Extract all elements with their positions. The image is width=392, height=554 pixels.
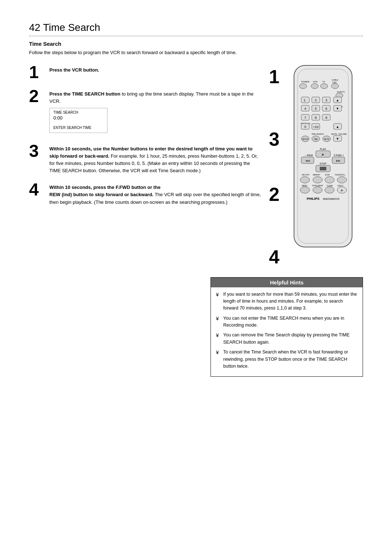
svg-point-80	[313, 187, 322, 193]
hint-bullet-3: ¥	[216, 332, 221, 346]
svg-text:8: 8	[315, 116, 317, 120]
time-search-display: TIME SEARCH 0:00 ENTER SEARCH TIME	[49, 108, 107, 133]
svg-text:POWER: POWER	[301, 81, 310, 83]
step-3-content: Within 10 seconds, use the Number button…	[49, 142, 262, 175]
svg-text:2: 2	[315, 98, 317, 102]
svg-text:⏏: ⏏	[340, 189, 343, 192]
svg-text:PLAY: PLAY	[320, 148, 326, 150]
svg-text:REC/OTR: REC/OTR	[302, 174, 310, 176]
svg-text:SLOW: SLOW	[325, 174, 330, 176]
svg-text:5: 5	[315, 107, 317, 110]
svg-rect-66	[320, 167, 326, 170]
svg-point-72	[313, 177, 322, 183]
svg-text:MENU: MENU	[302, 185, 307, 187]
svg-text:TV: TV	[322, 81, 325, 83]
step-2-content: Press the TIME SEARCH button to bring up…	[49, 88, 262, 136]
page-title: 42 Time Search	[29, 22, 363, 33]
svg-point-73	[325, 177, 334, 183]
svg-text:0: 0	[304, 125, 306, 129]
step-4-content: Within 10 seconds, press the F.FWD butto…	[49, 181, 262, 206]
svg-point-71	[300, 177, 310, 183]
left-column: 1 Press the VCR button. 2 Press the TIME…	[29, 64, 269, 213]
svg-text:STOP: STOP	[320, 162, 327, 165]
svg-point-79	[300, 187, 310, 193]
hint-text-2: You can not enter the TIME SEARCH menu w…	[223, 315, 358, 329]
svg-text:3: 3	[325, 98, 327, 102]
step-4-bold2: REW (ind) button to skip forward or back…	[49, 192, 154, 197]
svg-text:STATUS/ENT: STATUS/ENT	[312, 185, 323, 187]
svg-text:▲: ▲	[336, 98, 339, 102]
step-4-number: 4	[29, 181, 44, 198]
svg-point-81	[325, 187, 334, 193]
hint-bullet-1: ¥	[216, 291, 221, 312]
svg-text:– REW: – REW	[305, 154, 313, 157]
step-1-content: Press the VCR button.	[49, 64, 262, 74]
remote-control: POWER VCR TV CABLE DSS VCR/TV 1 2	[283, 64, 363, 252]
step-1-block: 1 Press the VCR button.	[29, 64, 262, 81]
svg-text:6: 6	[325, 107, 327, 110]
main-layout: 1 Press the VCR button. 2 Press the TIME…	[29, 64, 363, 266]
right-layout: 1 3 2 4 POWER VCR TV CABLE	[269, 64, 363, 266]
svg-text:CABLE: CABLE	[332, 79, 338, 81]
svg-text:PHILIPS: PHILIPS	[307, 197, 319, 201]
ts-enter: ENTER SEARCH TIME	[53, 126, 103, 130]
svg-text:MAGNAVOX: MAGNAVOX	[323, 197, 340, 201]
svg-text:+100: +100	[313, 126, 319, 128]
svg-text:▲: ▲	[336, 125, 339, 129]
svg-text:▶: ▶	[322, 153, 324, 156]
hint-item-2: ¥ You can not enter the TIME SEARCH menu…	[216, 315, 358, 329]
right-step-3: 3	[269, 130, 279, 149]
intro-text: Follow the steps below to program the VC…	[29, 49, 363, 56]
svg-text:MUTE: MUTE	[324, 138, 330, 140]
svg-text:EJECT: EJECT	[338, 185, 343, 187]
svg-point-10	[331, 84, 339, 89]
svg-text:4: 4	[304, 107, 306, 110]
hints-body: ¥ If you want to search for more than 59…	[211, 287, 363, 377]
right-step-2: 2	[269, 185, 279, 204]
svg-point-5	[311, 84, 318, 89]
hint-text-3: You can remove the Time Search display b…	[223, 332, 358, 346]
ts-title: TIME SEARCH	[53, 110, 103, 114]
svg-text:VOLUME: VOLUME	[338, 133, 347, 135]
svg-text:7: 7	[304, 116, 306, 120]
svg-text:MUTE: MUTE	[331, 133, 337, 135]
hint-text-4: To cancel the Time Search when the VCR i…	[223, 349, 358, 370]
svg-text:CLEAR: CLEAR	[327, 185, 333, 187]
step-2-number: 2	[29, 88, 44, 105]
svg-text:TIME: TIME	[314, 138, 318, 140]
hint-item-4: ¥ To cancel the Time Search when the VCR…	[216, 349, 358, 370]
hints-box: Helpful Hints ¥ If you want to search fo…	[211, 277, 363, 377]
svg-text:▶▶: ▶▶	[336, 159, 341, 162]
hint-item-1: ¥ If you want to search for more than 59…	[216, 291, 358, 312]
step-2-block: 2 Press the TIME SEARCH button to bring …	[29, 88, 262, 136]
step-4-block: 4 Within 10 seconds, press the F.FWD but…	[29, 181, 262, 206]
hint-item-3: ¥ You can remove the Time Search display…	[216, 332, 358, 346]
svg-text:SETUP: SETUP	[302, 138, 309, 140]
section-divider	[29, 36, 363, 36]
hints-header: Helpful Hints	[211, 278, 363, 287]
step-4-bold1: Within 10 seconds, press the F.FWD butto…	[49, 185, 160, 190]
step-3-number: 3	[29, 142, 44, 160]
svg-text:VCR/TV: VCR/TV	[337, 91, 345, 93]
svg-text:F.FWD +: F.FWD +	[334, 154, 344, 157]
ts-time: 0:00	[53, 115, 103, 121]
svg-text:PAUSE/STILL: PAUSE/STILL	[335, 174, 346, 176]
hint-bullet-2: ¥	[216, 315, 221, 329]
right-step-4: 4	[269, 247, 279, 266]
svg-point-74	[337, 177, 347, 183]
svg-text:DSS: DSS	[332, 81, 337, 84]
svg-text:MEMORY: MEMORY	[313, 174, 320, 176]
svg-text:▼: ▼	[336, 107, 339, 110]
right-step-1: 1	[269, 67, 279, 86]
step-3-block: 3 Within 10 seconds, use the Number butt…	[29, 142, 262, 175]
remote-svg: POWER VCR TV CABLE DSS VCR/TV 1 2	[283, 64, 363, 252]
hint-text-1: If you want to search for more than 59 m…	[223, 291, 358, 312]
svg-text:▼: ▼	[336, 137, 339, 141]
step-1-label: Press the VCR button.	[49, 67, 99, 73]
svg-text:9: 9	[325, 116, 327, 120]
step-2-bold: Press the TIME SEARCH button	[49, 91, 121, 97]
step-1-number: 1	[29, 64, 44, 81]
section-heading: Time Search	[29, 41, 363, 47]
svg-text:VCR: VCR	[313, 81, 318, 83]
svg-text:◀◀: ◀◀	[305, 159, 310, 162]
